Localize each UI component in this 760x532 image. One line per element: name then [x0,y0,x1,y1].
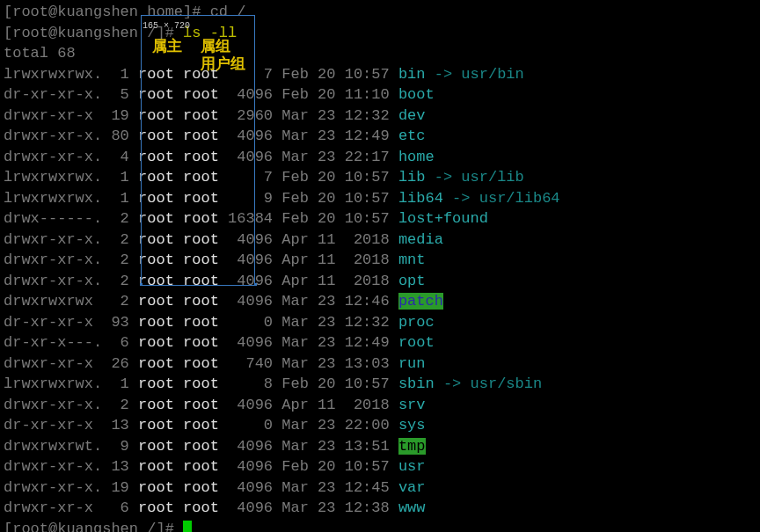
ls-output: lrwxrwxrwx. 1 root root 7 Feb 20 10:57 b… [4,64,756,519]
cursor[interactable] [183,521,192,532]
total-line: total 68 [4,43,756,64]
ls-row: lrwxrwxrwx. 1 root root 8 Feb 20 10:57 s… [4,374,756,395]
box-handle [254,283,257,286]
column-label-group: 属组 用户组 [201,39,245,74]
ls-row: drwxr-xr-x. 4 root root 4096 Mar 23 22:1… [4,147,756,168]
selection-size-label: 165 × 720 [142,16,190,37]
ls-row: drwxrwxrwt. 9 root root 4096 Mar 23 13:5… [4,436,756,457]
ls-row: lrwxrwxrwx. 1 root root 9 Feb 20 10:57 l… [4,188,756,209]
ls-row: dr-xr-x---. 6 root root 4096 Mar 23 12:4… [4,332,756,353]
ls-row: lrwxrwxrwx. 1 root root 7 Feb 20 10:57 l… [4,167,756,188]
ls-row: drwxr-xr-x 19 root root 2960 Mar 23 12:3… [4,106,756,127]
ls-row: drwxr-xr-x. 80 root root 4096 Mar 23 12:… [4,126,756,147]
column-label-owner: 属主 [152,39,182,56]
box-handle [140,283,142,286]
ls-row: drwxr-xr-x. 2 root root 4096 Apr 11 2018… [4,250,756,271]
ls-row: drwxr-xr-x. 2 root root 4096 Apr 11 2018… [4,271,756,292]
ls-row: dr-xr-xr-x 93 root root 0 Mar 23 12:32 p… [4,312,756,333]
ls-row: dr-xr-xr-x. 5 root root 4096 Feb 20 11:1… [4,84,756,106]
ls-row: drwxr-xr-x. 13 root root 4096 Feb 20 10:… [4,456,756,477]
ls-row: lrwxrwxrwx. 1 root root 7 Feb 20 10:57 b… [4,64,756,85]
ls-row: drwxr-xr-x. 19 root root 4096 Mar 23 12:… [4,477,756,499]
prompt-line-1: [root@kuangshen home]# cd / [4,2,756,23]
prompt-line-2: [root@kuangshen /]# ls -ll [4,23,756,44]
ls-row: drwxrwxrwx 2 root root 4096 Mar 23 12:46… [4,291,756,312]
ls-row: dr-xr-xr-x 13 root root 0 Mar 23 22:00 s… [4,415,756,436]
ls-row: drwxr-xr-x. 2 root root 4096 Apr 11 2018… [4,230,756,251]
ls-row: drwxr-xr-x 26 root root 740 Mar 23 13:03… [4,353,756,375]
ls-row: drwxr-xr-x. 2 root root 4096 Apr 11 2018… [4,395,756,416]
ls-row: drwxr-xr-x 6 root root 4096 Mar 23 12:38… [4,498,756,519]
ls-row: drwx------. 2 root root 16384 Feb 20 10:… [4,208,756,230]
prompt-line-3[interactable]: [root@kuangshen /]# [4,519,756,533]
